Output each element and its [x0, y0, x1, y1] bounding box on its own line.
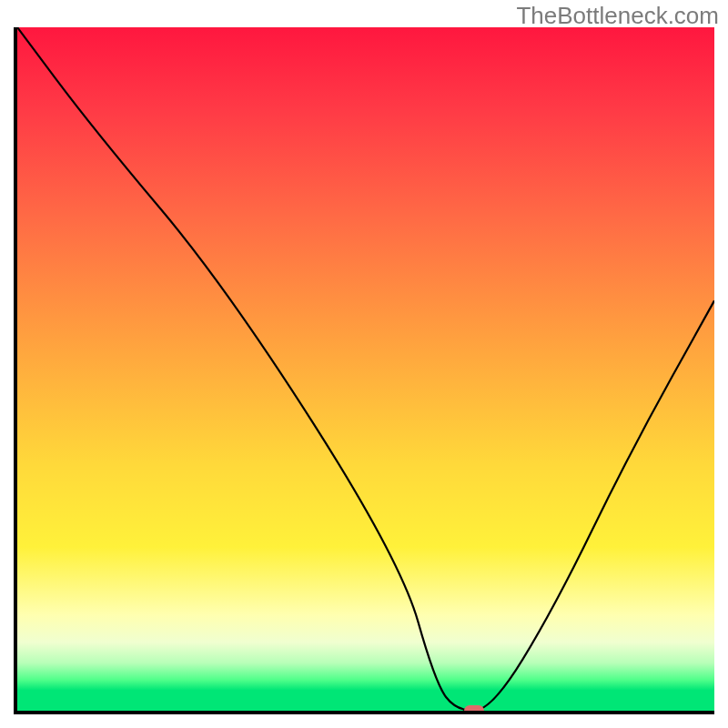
watermark-text: TheBottleneck.com: [516, 2, 719, 30]
optimum-marker: [464, 705, 484, 714]
curve-svg: [17, 27, 714, 711]
bottleneck-curve: [17, 27, 714, 711]
chart-container: TheBottleneck.com: [0, 0, 728, 728]
plot-area: [14, 27, 714, 714]
